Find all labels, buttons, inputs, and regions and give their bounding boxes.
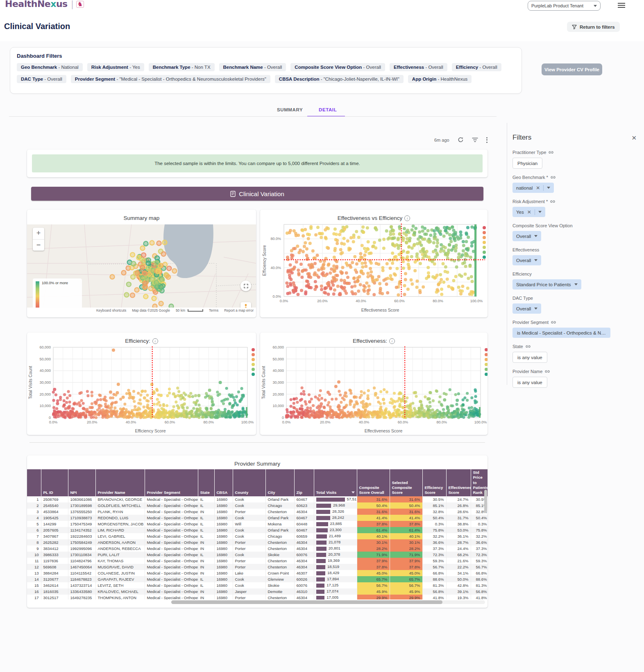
table-row[interactable]: 51442991750475349MORGENSTERN, JACOBMedic…: [27, 521, 488, 527]
filter-select[interactable]: Overall: [512, 255, 541, 265]
dashboard-filter-chip: Provider Segment - "Medical - Specialist…: [71, 75, 270, 83]
column-header[interactable]: County: [233, 469, 265, 496]
column-header[interactable]: Provider Name: [95, 469, 145, 496]
table-row[interactable]: 345338641376555250PLANK, RYANMedical - S…: [27, 509, 488, 515]
svg-text:Effectiveness Score: Effectiveness Score: [365, 428, 403, 433]
svg-text:Effectiveness Score: Effectiveness Score: [361, 308, 399, 312]
table-row[interactable]: 734078671922284603LEVI, GABRIELMedical -…: [27, 533, 488, 539]
report-map-error-link[interactable]: Report a map error: [224, 308, 254, 312]
clear-icon[interactable]: ✕: [536, 185, 540, 191]
svg-text:40.0%: 40.0%: [126, 420, 136, 424]
link-icon: [549, 150, 553, 154]
zoom-out-button[interactable]: −: [33, 240, 44, 251]
view-provider-cv-profile-button[interactable]: View Provider CV Profile: [542, 63, 602, 75]
tab-summary[interactable]: SUMMARY: [277, 107, 303, 112]
column-header[interactable]: Effectiveness Score: [446, 469, 471, 496]
report-icon: [230, 191, 236, 197]
table-row[interactable]: 125087691083661086BRANOVACKI, GEORGEMedi…: [27, 496, 488, 502]
table-row[interactable]: 938344121992995096ANDERSON, REBECCAMedic…: [27, 545, 488, 552]
column-header[interactable]: [27, 469, 41, 496]
table-row[interactable]: 826252821750584249ANDERSON, AARONMedical…: [27, 539, 488, 545]
filter-value-chip[interactable]: Physician: [512, 158, 542, 169]
filter-section-state: Stateis any value: [512, 344, 644, 363]
kebab-menu-icon[interactable]: [486, 136, 488, 144]
efficiency-title: Efficiency:: [125, 338, 150, 344]
total-visits-bar: [316, 510, 330, 514]
tab-detail[interactable]: DETAIL: [319, 107, 337, 112]
provider-summary-card: Provider Summary PL IDNPIProvider NamePr…: [27, 455, 488, 608]
menu-icon[interactable]: [618, 3, 625, 8]
filter-value-chip[interactable]: is any value: [512, 377, 547, 388]
total-visits-bar: [316, 553, 327, 557]
efficiency-chart: 0.0%20.0%40.0%60.0%80.0%100.0%010,00020,…: [27, 345, 256, 433]
keyboard-shortcuts-link[interactable]: Keyboard shortcuts: [96, 308, 126, 312]
column-header[interactable]: CBSA: [214, 469, 233, 496]
filter-select[interactable]: Yes✕: [512, 207, 545, 217]
summary-map[interactable]: + − 100.0% or more 0.0% or less Google: [27, 224, 256, 308]
table-row[interactable]: 1338842841104115542COLANESE, JUSTINMedic…: [27, 570, 488, 576]
column-header[interactable]: State: [198, 469, 214, 496]
refresh-icon[interactable]: [458, 137, 464, 143]
table-vertical-scrollbar[interactable]: [484, 490, 487, 513]
effectiveness-card: Effectiveness:i 0.0%20.0%40.0%60.0%80.0%…: [260, 333, 488, 435]
column-header[interactable]: Provider Segment: [145, 469, 198, 496]
column-header[interactable]: Efficiency Score: [422, 469, 446, 496]
provider-summary-title: Provider Summary: [27, 455, 488, 467]
table-horizontal-scrollbar[interactable]: [171, 600, 485, 604]
filter-value-chip[interactable]: is Medical - Specialist - Orthopedics & …: [512, 328, 610, 338]
table-row[interactable]: 1431206771184678823GARAPATI, RAJEEVMedic…: [27, 576, 488, 582]
total-visits-bar: [316, 559, 326, 563]
purplelab-icon: ♞: [76, 1, 84, 8]
column-header[interactable]: Total Visits: [314, 469, 357, 496]
column-header[interactable]: City: [265, 469, 294, 496]
table-row[interactable]: 1111978361104824796KAY, THOMASMedical - …: [27, 558, 488, 564]
last-refresh-text: 6m ago: [434, 138, 449, 143]
terms-link[interactable]: Terms: [209, 308, 218, 312]
total-visits-bar: [316, 504, 331, 508]
table-row[interactable]: 1618160351336433580KRALOVEC, MICHAELMedi…: [27, 588, 488, 595]
dashboard-filter-chip: Geo Benchmark - National: [17, 63, 83, 71]
filter-icon[interactable]: [472, 137, 478, 143]
table-row[interactable]: 419054251710938873REDONDO, LUISMedical -…: [27, 515, 488, 521]
pegman-icon[interactable]: [240, 302, 251, 308]
column-header[interactable]: NPI: [68, 469, 95, 496]
table-row[interactable]: 125696081467450064MUSGRAVE, DAVIDMedical…: [27, 564, 488, 570]
column-header[interactable]: PL ID: [41, 469, 68, 496]
close-icon[interactable]: ✕: [631, 134, 637, 142]
link-icon: [551, 175, 556, 179]
return-to-filters-button[interactable]: Return to filters: [567, 22, 620, 32]
tenant-selector[interactable]: PurpleLab Product Tenant: [528, 1, 601, 11]
info-icon[interactable]: i: [404, 215, 410, 221]
column-header[interactable]: Composite Score Overall: [357, 469, 390, 496]
filter-value-chip[interactable]: is any value: [512, 352, 547, 363]
efficiency-card: Efficiency:i 0.0%20.0%40.0%60.0%80.0%100…: [27, 333, 256, 435]
column-header[interactable]: Selected Composite Score: [390, 469, 422, 496]
filter-select[interactable]: Overall: [512, 231, 541, 241]
total-visits-bar: [316, 528, 328, 532]
total-visits-bar: [316, 590, 325, 594]
table-row[interactable]: 1039863331730110834PURI, LALITMedical - …: [27, 552, 488, 558]
table-row[interactable]: 620576051134174352LIM, RICHARDMedical - …: [27, 527, 488, 533]
fullscreen-icon[interactable]: [240, 281, 251, 291]
column-header[interactable]: Zip: [294, 469, 314, 496]
svg-text:Efficiency Score: Efficiency Score: [135, 428, 166, 433]
filter-select[interactable]: national✕: [512, 183, 554, 193]
table-row[interactable]: 1730125171649278235THOMPKINS, ANTONMedic…: [27, 595, 488, 600]
chevron-down-icon: [574, 283, 578, 285]
effectiveness-chart: 0.0%20.0%40.0%60.0%80.0%100.0%010,00020,…: [260, 345, 488, 433]
filter-label: Provider Segment: [512, 320, 644, 325]
chevron-down-icon: [547, 187, 550, 189]
filter-label: State: [512, 344, 644, 349]
info-icon[interactable]: i: [389, 338, 395, 344]
table-row[interactable]: 225455401730189598GOLDFLIES, MITCHELLMed…: [27, 502, 488, 509]
svg-text:0.0%: 0.0%: [282, 420, 291, 424]
filter-select[interactable]: Overall: [512, 303, 541, 314]
table-row[interactable]: 1534626141437323714LEVITZ, SETHMedical -…: [27, 582, 488, 588]
total-visits-bar: [316, 498, 345, 502]
total-visits-bar: [316, 577, 325, 581]
filter-select[interactable]: Standard Price to Patients: [512, 279, 581, 290]
clear-icon[interactable]: ✕: [527, 209, 531, 215]
svg-text:40.0%: 40.0%: [359, 420, 370, 424]
info-icon[interactable]: i: [152, 338, 158, 344]
zoom-in-button[interactable]: +: [33, 228, 44, 240]
